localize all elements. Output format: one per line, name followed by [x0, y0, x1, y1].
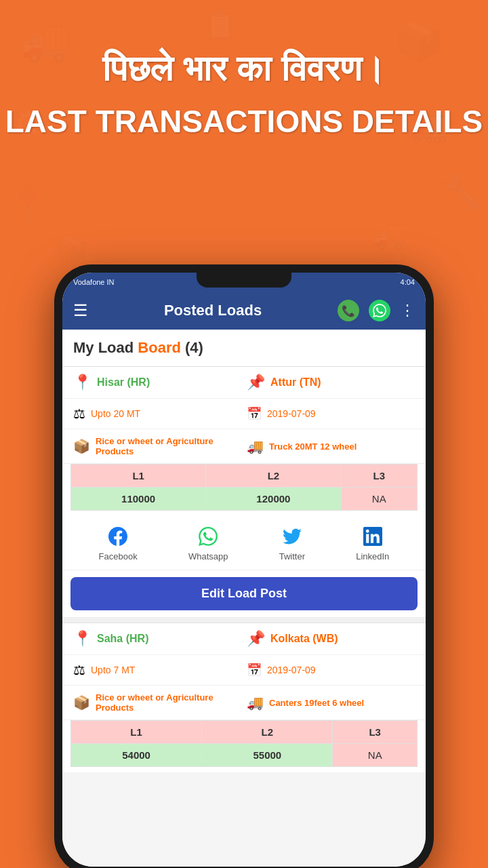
twitter-share-1[interactable]: Twitter [279, 524, 305, 561]
phone-screen: Vodafone IN 4:04 ☰ Posted Loads 📞 ⋮ My L… [62, 273, 426, 867]
origin-col-1: Hisar (HR) [73, 374, 241, 391]
origin-pin-icon-2 [73, 630, 92, 648]
truck-icon-2 [247, 694, 264, 711]
facebook-label-1: Facebook [99, 551, 138, 561]
facebook-icon-1 [106, 524, 130, 549]
menu-icon[interactable]: ☰ [73, 301, 88, 320]
location-row-1: Hisar (HR) Attur (TN) [62, 367, 426, 399]
whatsapp-share-1[interactable]: Whatsapp [188, 524, 228, 561]
price-header-l3-2: L3 [333, 721, 418, 744]
linkedin-share-1[interactable]: LinkedIn [356, 524, 389, 561]
svg-text:📦: 📦 [54, 232, 88, 264]
svg-text:🔧: 🔧 [441, 172, 483, 212]
cargo-truck-row-1: Rice or wheet or Agriculture Products Tr… [62, 429, 426, 464]
price-header-l3-1: L3 [341, 465, 417, 488]
section-divider [62, 617, 426, 623]
cargo-col-1: Rice or wheet or Agriculture Products [73, 436, 241, 456]
whatsapp-share-icon-1 [196, 524, 220, 549]
price-header-row-2: L1 L2 L3 [71, 721, 418, 744]
dest-pin-icon-2 [247, 630, 265, 648]
price-value-row-2: 54000 55000 NA [71, 744, 418, 767]
weight-label-2: Upto 7 MT [91, 665, 135, 675]
price-table-container-1: L1 L2 L3 110000 120000 NA [62, 464, 426, 516]
price-header-l2-1: L2 [206, 465, 341, 488]
location-row-2: Saha (HR) Kolkata (WB) [62, 623, 426, 655]
cargo-truck-row-2: Rice or wheet or Agriculture Products Ca… [62, 686, 426, 720]
weight-col-1: Upto 20 MT [73, 406, 241, 422]
price-table-1: L1 L2 L3 110000 120000 NA [70, 464, 418, 511]
app-bar-title: Posted Loads [96, 302, 329, 319]
phone-notch [197, 273, 291, 288]
truck-icon-1 [247, 438, 264, 454]
linkedin-icon-1 [361, 524, 385, 549]
status-time: 4:04 [401, 278, 415, 286]
edit-load-post-button-1[interactable]: Edit Load Post [70, 577, 418, 610]
price-table-container-2: L1 L2 L3 54000 55000 NA [62, 720, 426, 772]
origin-col-2: Saha (HR) [73, 630, 241, 648]
weight-icon-1 [73, 406, 85, 422]
price-header-row-1: L1 L2 L3 [71, 465, 418, 488]
price-value-row-1: 110000 120000 NA [71, 488, 418, 511]
price-header-l1-2: L1 [71, 721, 202, 744]
calendar-icon-1 [247, 406, 262, 421]
svg-text:🚚: 🚚 [373, 218, 407, 251]
date-col-1: 2019-07-09 [247, 406, 415, 421]
linkedin-label-1: LinkedIn [356, 551, 389, 561]
date-col-2: 2019-07-09 [247, 663, 415, 677]
board-highlight: Board [138, 339, 181, 356]
dest-text-1: Attur (TN) [270, 376, 321, 389]
price-l2-1: 120000 [206, 488, 341, 511]
content-area: My Load Board (4) Hisar (HR) Attur (TN) [62, 330, 426, 867]
more-options-icon[interactable]: ⋮ [400, 302, 415, 319]
call-button[interactable]: 📞 [338, 300, 359, 321]
hindi-title: पिछले भार का विवरण। [0, 0, 488, 90]
app-bar: ☰ Posted Loads 📞 ⋮ [62, 292, 426, 330]
twitter-icon-1 [280, 524, 304, 549]
price-l2-2: 55000 [202, 744, 333, 767]
load-card-1: Hisar (HR) Attur (TN) Upto 20 MT [62, 366, 426, 617]
cargo-col-2: Rice or wheet or Agriculture Products [73, 692, 241, 713]
price-l3-1: NA [341, 488, 417, 511]
load-board-header: My Load Board (4) [62, 330, 426, 366]
price-table-2: L1 L2 L3 54000 55000 NA [70, 720, 418, 767]
origin-text-1: Hisar (HR) [97, 376, 150, 389]
origin-pin-icon-1 [73, 374, 92, 391]
truck-col-1: Truck 20MT 12 wheel [247, 438, 415, 454]
cargo-icon-2 [73, 694, 90, 711]
whatsapp-label-1: Whatsapp [188, 551, 228, 561]
svg-text:📍: 📍 [7, 185, 49, 226]
english-subtitle: LAST TRANSACTIONS DETAILS [0, 103, 488, 140]
date-label-2: 2019-07-09 [267, 665, 316, 675]
dest-pin-icon-1 [247, 374, 265, 391]
app-bar-actions: 📞 ⋮ [338, 300, 415, 321]
weight-date-row-2: Upto 7 MT 2019-07-09 [62, 655, 426, 686]
cargo-text-1: Rice or wheet or Agriculture Products [96, 436, 241, 456]
truck-col-2: Canters 19feet 6 wheel [247, 694, 415, 711]
price-header-l2-2: L2 [202, 721, 333, 744]
calendar-icon-2 [247, 663, 262, 677]
weight-col-2: Upto 7 MT [73, 662, 241, 678]
truck-text-2: Canters 19feet 6 wheel [269, 698, 364, 708]
weight-label-1: Upto 20 MT [91, 408, 140, 419]
price-l1-2: 54000 [71, 744, 202, 767]
origin-text-2: Saha (HR) [97, 633, 148, 645]
price-l1-1: 110000 [71, 488, 206, 511]
dest-col-1: Attur (TN) [247, 374, 415, 391]
whatsapp-button[interactable] [369, 300, 390, 321]
price-l3-2: NA [333, 744, 418, 767]
truck-text-1: Truck 20MT 12 wheel [269, 441, 357, 452]
date-label-1: 2019-07-09 [267, 408, 316, 419]
cargo-text-2: Rice or wheet or Agriculture Products [96, 692, 241, 713]
cargo-icon-1 [73, 438, 90, 454]
social-row-1: Facebook Whatsapp [62, 516, 426, 570]
phone-mockup: Vodafone IN 4:04 ☰ Posted Loads 📞 ⋮ My L… [54, 264, 434, 868]
dest-text-2: Kolkata (WB) [270, 633, 338, 645]
dest-col-2: Kolkata (WB) [247, 630, 415, 648]
twitter-label-1: Twitter [279, 551, 305, 561]
carrier-text: Vodafone IN [73, 278, 115, 286]
price-header-l1-1: L1 [71, 465, 206, 488]
weight-icon-2 [73, 662, 85, 678]
weight-date-row-1: Upto 20 MT 2019-07-09 [62, 399, 426, 429]
load-card-2: Saha (HR) Kolkata (WB) Upto 7 MT [62, 623, 426, 772]
facebook-share-1[interactable]: Facebook [99, 524, 138, 561]
